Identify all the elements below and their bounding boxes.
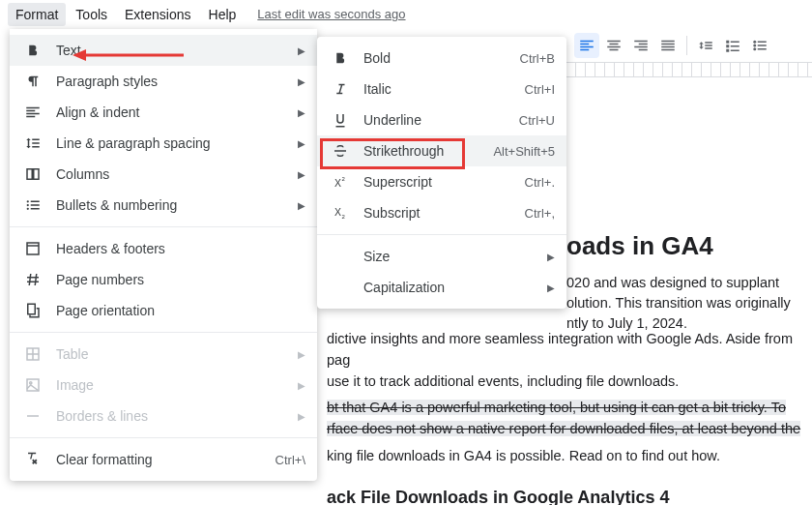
menu-separator [10, 226, 317, 227]
superscript-icon: X2 [331, 172, 350, 192]
ruler [566, 62, 812, 77]
bold-icon [23, 41, 43, 60]
submenu-underline[interactable]: Underline Ctrl+U [317, 104, 566, 135]
submenu-shortcut: Alt+Shift+5 [493, 144, 555, 159]
menubar: Format Tools Extensions Help Last edit w… [0, 0, 812, 29]
svg-text:2: 2 [342, 176, 346, 182]
menu-columns[interactable]: Columns ▶ [10, 159, 317, 190]
menu-shortcut: Ctrl+\ [276, 453, 305, 467]
bulleted-list-button[interactable] [747, 33, 772, 58]
align-center-button[interactable] [601, 33, 626, 58]
submenu-label: Strikethrough [363, 143, 493, 159]
hash-icon [23, 270, 43, 289]
menu-page-numbers[interactable]: Page numbers [10, 264, 317, 295]
menu-extensions[interactable]: Extensions [117, 3, 198, 26]
caret-right-icon: ▶ [547, 252, 555, 262]
bold-icon [331, 48, 350, 68]
caret-right-icon: ▶ [298, 169, 305, 180]
checklist-button[interactable] [720, 33, 745, 58]
caret-right-icon: ▶ [298, 200, 305, 211]
struck-text: bt that GA4 is a powerful marketing tool… [327, 400, 786, 415]
table-icon [23, 344, 43, 364]
align-right-button[interactable] [628, 33, 653, 58]
last-edit-link[interactable]: Last edit was seconds ago [257, 7, 405, 21]
svg-rect-8 [28, 304, 36, 314]
submenu-superscript[interactable]: X2 Superscript Ctrl+. [317, 166, 566, 197]
menu-line-spacing[interactable]: Line & paragraph spacing ▶ [10, 128, 317, 159]
svg-text:X: X [334, 206, 341, 218]
caret-right-icon: ▶ [298, 107, 305, 118]
blank-icon [331, 247, 350, 266]
menu-label: Page numbers [56, 272, 305, 287]
heading-2: ack File Downloads in Google Analytics 4 [327, 485, 802, 506]
menu-borders-lines: Borders & lines ▶ [10, 401, 317, 431]
menu-label: Borders & lines [56, 408, 290, 424]
menu-align-indent[interactable]: Align & indent ▶ [10, 97, 317, 128]
image-icon [23, 375, 43, 395]
submenu-label: Bold [363, 50, 520, 66]
menu-label: Line & paragraph spacing [56, 135, 290, 151]
body-text: king file downloads in GA4 is possible. … [327, 448, 720, 463]
line-spacing-icon [23, 134, 43, 153]
borders-icon [23, 406, 43, 426]
menu-page-orientation[interactable]: Page orientation [10, 295, 317, 326]
submenu-strikethrough[interactable]: Strikethrough Alt+Shift+5 [317, 135, 566, 166]
menu-help[interactable]: Help [201, 3, 245, 26]
svg-point-1 [753, 45, 756, 47]
svg-point-2 [753, 47, 756, 50]
submenu-label: Superscript [363, 174, 525, 190]
menu-bullets-numbering[interactable]: Bullets & numbering ▶ [10, 190, 317, 221]
menu-headers-footers[interactable]: Headers & footers [10, 233, 317, 264]
submenu-italic[interactable]: Italic Ctrl+I [317, 74, 566, 104]
menu-format[interactable]: Format [8, 3, 66, 26]
submenu-label: Size [363, 249, 539, 264]
svg-text:X: X [334, 177, 341, 189]
menu-label: Table [56, 346, 290, 362]
menu-label: Image [56, 377, 290, 393]
body-text: dictive insights and more seamless integ… [327, 331, 793, 368]
menu-label: Headers & footers [56, 241, 305, 256]
menu-tools[interactable]: Tools [68, 3, 115, 26]
heading-1: oads in GA4 [566, 227, 713, 265]
headers-icon [23, 239, 43, 258]
menu-label: Clear formatting [56, 452, 276, 467]
toolbar-divider [686, 36, 687, 55]
body-text: use it to track additional events, inclu… [327, 373, 679, 389]
menu-label: Paragraph styles [56, 74, 290, 89]
menu-label: Columns [56, 166, 290, 182]
submenu-label: Capitalization [363, 280, 539, 295]
svg-point-13 [30, 382, 32, 384]
svg-point-0 [753, 41, 756, 44]
line-spacing-button[interactable] [693, 33, 718, 58]
svg-point-5 [27, 208, 29, 210]
submenu-shortcut: Ctrl+B [520, 51, 555, 66]
align-left-button[interactable] [574, 33, 599, 58]
menu-table: Table ▶ [10, 339, 317, 370]
body-text: olution. This transition was originally [566, 295, 791, 311]
menu-label: Align & indent [56, 104, 290, 120]
caret-right-icon: ▶ [298, 76, 305, 87]
struck-text: rface does not show a native report for … [327, 421, 800, 436]
submenu-bold[interactable]: Bold Ctrl+B [317, 43, 566, 74]
menu-clear-formatting[interactable]: Clear formatting Ctrl+\ [10, 444, 317, 475]
align-icon [23, 103, 43, 122]
body-text: 020 and was designed to supplant [566, 275, 779, 290]
caret-right-icon: ▶ [298, 45, 305, 56]
submenu-shortcut: Ctrl+I [525, 82, 555, 97]
svg-text:2: 2 [342, 214, 346, 220]
submenu-subscript[interactable]: X2 Subscript Ctrl+, [317, 197, 566, 228]
submenu-capitalization[interactable]: Capitalization ▶ [317, 272, 566, 303]
menu-text[interactable]: Text ▶ [10, 35, 317, 66]
submenu-size[interactable]: Size ▶ [317, 241, 566, 272]
svg-point-3 [27, 200, 29, 202]
body-text: ntly to July 1, 2024. [566, 315, 687, 331]
menu-label: Text [56, 43, 290, 58]
menu-paragraph-styles[interactable]: Paragraph styles ▶ [10, 66, 317, 97]
menu-separator [10, 437, 317, 438]
caret-right-icon: ▶ [298, 349, 305, 360]
subscript-icon: X2 [331, 203, 350, 223]
clear-format-icon [23, 450, 43, 469]
submenu-label: Subscript [363, 205, 525, 221]
menu-label: Page orientation [56, 303, 305, 318]
align-justify-button[interactable] [655, 33, 681, 58]
